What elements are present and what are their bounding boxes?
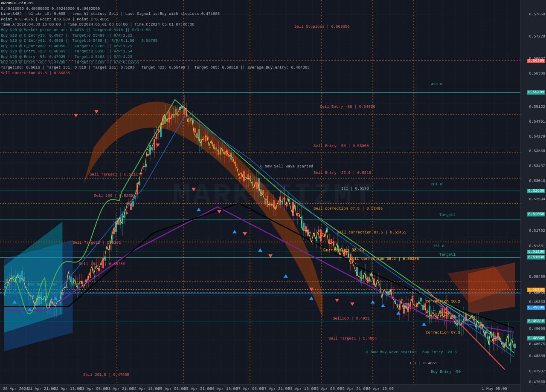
price-axis-label: 0.49310 <box>527 319 545 323</box>
price-axis-label: 0.53858 <box>529 149 545 153</box>
time-axis-label: 21 Apr 21:00 <box>28 387 55 391</box>
price-axis-label: 0.57650 <box>529 12 545 17</box>
price-axis-label: 0.50160 <box>527 288 545 292</box>
price-axis-label: 0.52050 <box>527 212 545 216</box>
price-axis-label: 0.51752 <box>529 229 545 233</box>
price-axis-label: 0.56386 <box>529 72 545 76</box>
time-axis-label: 25 Apr 05:00 <box>158 387 186 391</box>
time-axis-label: 25 Apr 21:00 <box>184 387 212 391</box>
price-axis-label: 0.53437 <box>529 164 545 168</box>
price-axis-label: 0.47660 <box>529 380 545 384</box>
time-axis-label: 23 Apr 05:00 <box>80 387 107 391</box>
price-axis-label: 0.48358 <box>529 354 545 358</box>
price-axis-label: 0.51180 <box>527 250 545 254</box>
time-axis-label: 23 Apr 21:00 <box>106 387 134 391</box>
time-axis-label: 30 Apr 13:00 <box>366 387 394 391</box>
price-axis-label: 0.49096 <box>529 327 545 331</box>
price-axis-label: 0.51030 <box>527 255 545 259</box>
price-axis-label: 0.47937 <box>529 369 545 374</box>
price-axis-label: 0.48840 <box>527 336 545 340</box>
time-axis-label: 29 Apr 05:00 <box>314 387 342 391</box>
time-axis-label: 20 Apr 2024 <box>3 387 28 391</box>
price-axis-label: 0.50068 <box>529 291 545 295</box>
time-axis-label: 22 Apr 13:00 <box>54 387 81 391</box>
price-axis-label: 0.55122 <box>529 105 545 109</box>
time-axis-label: 1 May 05:00 <box>482 387 507 391</box>
price-axis-label: 0.54279 <box>529 135 545 139</box>
time-axis-label: 28 Apr 13:00 <box>288 387 316 391</box>
chart-container: MARKETIZMT XRPUSDT-Bin.H1 0.49410000 0.4… <box>0 0 546 392</box>
price-axis-label: 0.53016 <box>529 179 545 183</box>
time-axis-label: 29 Apr 21:00 <box>340 387 368 391</box>
price-axis-label: 0.51331 <box>529 244 545 248</box>
time-axis-label: 27 Apr 21:00 <box>262 387 290 391</box>
price-axis-label: 0.49833 <box>529 300 545 304</box>
price-axis-label: 0.57228 <box>529 35 545 39</box>
price-axis-label: 0.56807 <box>529 57 545 61</box>
price-axis-label: 0.52594 <box>529 197 545 202</box>
price-axis-label: 0.52830 <box>527 189 545 193</box>
price-axis-label: 0.50489 <box>529 275 545 279</box>
time-axis: 20 Apr 202421 Apr 21:0022 Apr 13:0023 Ap… <box>0 384 520 392</box>
price-axis-label: 0.56360 <box>527 59 545 63</box>
time-axis-label: 26 Apr 13:00 <box>210 387 238 391</box>
price-axis: 0.576500.572280.568070.563860.563600.554… <box>520 0 546 392</box>
time-axis-label: 27 Apr 05:00 <box>236 387 264 391</box>
price-axis-label: 0.55499 <box>527 90 545 95</box>
price-chart[interactable] <box>0 0 520 392</box>
price-axis-label: 0.49680 <box>527 306 545 310</box>
price-axis-label: 0.54701 <box>529 120 545 124</box>
time-axis-label: 24 Apr 13:00 <box>132 387 160 391</box>
price-axis-label: 0.48675 <box>529 342 545 346</box>
